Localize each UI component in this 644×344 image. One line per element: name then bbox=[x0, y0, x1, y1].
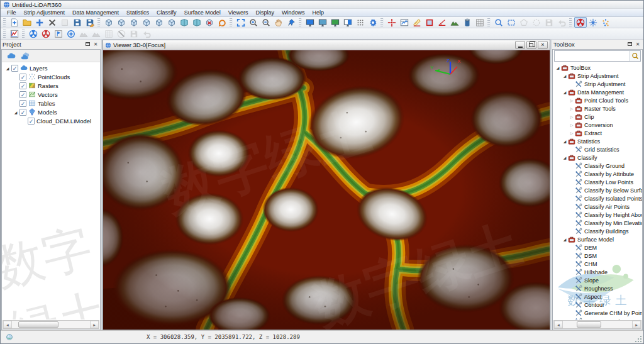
menu-data-management[interactable]: Data Management bbox=[69, 9, 123, 17]
add-pointcloud-button[interactable] bbox=[4, 50, 18, 62]
expander-icon[interactable]: ◢ bbox=[562, 90, 568, 94]
visibility-checkbox[interactable]: ✓ bbox=[19, 91, 26, 98]
tool-item-raster-tools[interactable]: ▷Raster Tools bbox=[554, 104, 642, 113]
tool-item-classify-air-points[interactable]: Classify Air Points bbox=[554, 203, 642, 211]
scroll-track[interactable] bbox=[12, 321, 90, 328]
project-item-models[interactable]: ◢✓Models bbox=[3, 108, 100, 116]
iso-view-button[interactable] bbox=[178, 17, 191, 28]
project-item-tables[interactable]: ✓Tables bbox=[3, 99, 100, 108]
reset-view-button[interactable] bbox=[203, 17, 216, 28]
tool-item-contour[interactable]: Contour bbox=[554, 301, 642, 309]
tool-item-strip-adjustment[interactable]: Strip Adjustment bbox=[554, 80, 642, 88]
display-by-mix-button[interactable] bbox=[599, 17, 612, 28]
front-view-button[interactable] bbox=[153, 17, 165, 28]
expander-icon[interactable]: ◢ bbox=[562, 155, 568, 160]
tool-item-generate-chm-by-point-clou[interactable]: Generate CHM by Point Clou bbox=[554, 309, 642, 317]
project-float-button[interactable] bbox=[84, 41, 91, 48]
tool-item-roughness[interactable]: Roughness bbox=[554, 284, 642, 292]
menu-statistics[interactable]: Statistics bbox=[123, 9, 153, 17]
project-close-button[interactable]: ✕ bbox=[92, 41, 99, 48]
tool-item-point-cloud-tools[interactable]: ▷Point Cloud Tools bbox=[554, 96, 642, 104]
viewer-title-bar[interactable]: Viewer 3D-0[Focus] × bbox=[103, 40, 550, 50]
menu-classify[interactable]: Classify bbox=[153, 9, 180, 17]
search-button[interactable] bbox=[629, 51, 640, 61]
left-view-button[interactable] bbox=[128, 17, 140, 28]
split-viewer-button[interactable] bbox=[341, 17, 354, 28]
pan-button[interactable] bbox=[272, 17, 285, 28]
sample-flag-button[interactable] bbox=[52, 28, 65, 39]
measure-volume-button[interactable] bbox=[448, 17, 461, 28]
toolbox-float-button[interactable] bbox=[626, 41, 633, 48]
tool-item-grid-statistics[interactable]: Grid Statistics bbox=[554, 145, 642, 153]
menu-display[interactable]: Display bbox=[252, 9, 279, 17]
display-wireframe-button[interactable] bbox=[587, 17, 599, 28]
map-viewer-button[interactable] bbox=[329, 17, 341, 28]
scroll-left-button[interactable]: ◂ bbox=[3, 321, 12, 328]
tool-item-classify-buildings[interactable]: Classify Buildings bbox=[554, 227, 642, 235]
project-item-pointclouds[interactable]: ✓PointClouds bbox=[3, 72, 100, 81]
viewer-settings-button[interactable] bbox=[367, 17, 379, 28]
tool-item-clip[interactable]: ▷Clip bbox=[554, 113, 642, 121]
bottom-view-button[interactable] bbox=[115, 17, 128, 28]
scroll-left-button[interactable]: ◂ bbox=[554, 321, 563, 328]
top-view-button[interactable] bbox=[103, 17, 115, 28]
back-view-button[interactable] bbox=[165, 17, 178, 28]
tool-item-aspect[interactable]: Aspect bbox=[554, 292, 642, 301]
expander-icon[interactable]: ▷ bbox=[569, 106, 575, 111]
measure-angle-button[interactable] bbox=[436, 17, 448, 28]
visibility-checkbox[interactable]: ✓ bbox=[19, 74, 26, 80]
select-rectangle-button[interactable] bbox=[505, 17, 518, 28]
menu-surface-model[interactable]: Surface Model bbox=[180, 9, 225, 17]
visibility-checkbox[interactable]: ✓ bbox=[11, 65, 18, 72]
scroll-thumb[interactable] bbox=[577, 321, 601, 328]
expander-icon[interactable]: ▷ bbox=[569, 131, 575, 135]
tool-item-hillshade[interactable]: Hillshade bbox=[554, 268, 642, 276]
tool-item-surface-model[interactable]: ◢Surface Model bbox=[554, 235, 642, 243]
point-size-button[interactable] bbox=[354, 17, 367, 28]
visibility-checkbox[interactable]: ✓ bbox=[19, 109, 26, 116]
menu-strip-adjustment[interactable]: Strip Adjustment bbox=[20, 9, 69, 17]
viewer-minimize-button[interactable] bbox=[515, 41, 525, 49]
project-item-cloud-dem-limodel[interactable]: ✓Cloud_DEM.LiModel bbox=[3, 116, 100, 125]
orbit-button[interactable] bbox=[216, 17, 228, 28]
expander-icon[interactable]: ◢ bbox=[562, 139, 568, 143]
visibility-checkbox[interactable]: ✓ bbox=[28, 118, 35, 125]
tool-item-chm[interactable]: CHM bbox=[554, 260, 642, 268]
tool-item-classify-isolated-points[interactable]: Classify Isolated Points bbox=[554, 194, 642, 203]
tool-item-classify[interactable]: ◢Classify bbox=[554, 153, 642, 162]
project-hscrollbar[interactable]: ◂ ▸ bbox=[3, 320, 99, 329]
menu-windows[interactable]: Windows bbox=[278, 9, 309, 17]
select-zoom-button[interactable] bbox=[492, 17, 505, 28]
tool-item-gauss-smooth[interactable]: Gauss Smooth bbox=[554, 317, 642, 319]
viewer-restore-button[interactable] bbox=[526, 41, 536, 49]
tool-item-extract[interactable]: ▷Extract bbox=[554, 129, 642, 137]
tool-item-conversion[interactable]: ▷Conversion bbox=[554, 121, 642, 129]
tool-item-dem[interactable]: DEM bbox=[554, 243, 642, 252]
save-as-button[interactable] bbox=[84, 17, 96, 28]
visibility-checkbox[interactable]: ✓ bbox=[19, 82, 26, 89]
add-sample-button[interactable] bbox=[65, 28, 77, 39]
new-viewer-button[interactable] bbox=[304, 17, 316, 28]
toolbox-hscrollbar[interactable]: ◂ ▸ bbox=[553, 320, 641, 329]
scroll-right-button[interactable]: ▸ bbox=[90, 321, 99, 328]
measure-height-button[interactable] bbox=[461, 17, 474, 28]
expander-icon[interactable]: ◢ bbox=[13, 110, 19, 114]
pick-point-button[interactable] bbox=[285, 17, 297, 28]
measure-area-button[interactable] bbox=[423, 17, 436, 28]
expander-icon[interactable]: ◢ bbox=[562, 74, 568, 78]
expander-icon[interactable]: ▷ bbox=[569, 98, 575, 103]
class-blue-button[interactable] bbox=[27, 28, 40, 39]
scroll-track[interactable] bbox=[563, 321, 632, 328]
tool-item-classify-by-height-above-gro[interactable]: Classify by Height Above Gro bbox=[554, 211, 642, 219]
project-item-vectors[interactable]: ✓Vectors bbox=[3, 90, 100, 99]
expander-icon[interactable]: ◢ bbox=[4, 66, 11, 70]
scroll-right-button[interactable]: ▸ bbox=[632, 321, 641, 328]
project-item-layers[interactable]: ◢✓Layers bbox=[3, 64, 100, 72]
tool-item-classify-ground[interactable]: Classify Ground bbox=[554, 162, 642, 170]
visibility-checkbox[interactable]: ✓ bbox=[19, 100, 26, 107]
save-button[interactable] bbox=[71, 17, 84, 28]
tool-item-data-management[interactable]: ◢Data Management bbox=[554, 88, 642, 96]
tool-item-statistics[interactable]: ◢Statistics bbox=[554, 137, 642, 145]
right-view-button[interactable] bbox=[140, 17, 153, 28]
scroll-thumb[interactable] bbox=[18, 321, 58, 328]
